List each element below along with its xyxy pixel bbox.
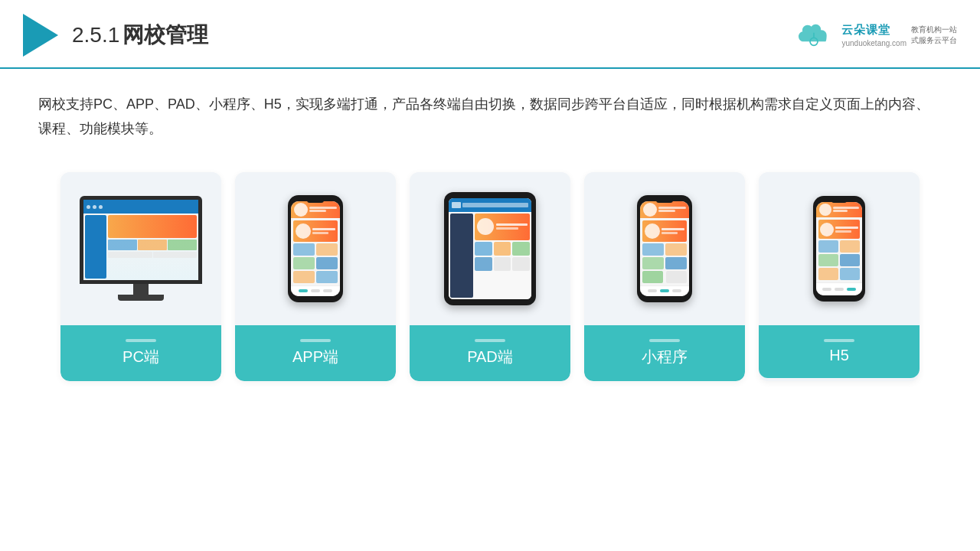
card-h5: H5 <box>759 172 920 381</box>
card-pc-image <box>60 172 221 325</box>
card-miniprogram: 小程序 <box>584 172 745 381</box>
phone-mockup-app <box>288 195 343 302</box>
card-pad-label: PAD端 <box>410 325 570 381</box>
header-left: 2.5.1网校管理 <box>23 14 208 57</box>
logo-icon <box>23 14 58 57</box>
platform-cards: PC端 <box>38 172 942 381</box>
page-header: 2.5.1网校管理 云朵课堂 yunduoketang.com 教育机构一站 式… <box>0 0 980 69</box>
card-pad-image <box>410 172 570 325</box>
phone-mockup-h5 <box>813 196 865 302</box>
card-app: APP端 <box>235 172 396 381</box>
brand-name: 云朵课堂 <box>841 23 890 37</box>
card-miniprogram-image <box>584 172 745 325</box>
section-number: 2.5.1 <box>72 23 119 47</box>
card-pad: PAD端 <box>410 172 570 381</box>
brand-icon-area: 云朵课堂 yunduoketang.com 教育机构一站 式服务云平台 <box>794 23 957 47</box>
card-h5-image <box>759 172 920 325</box>
brand-text: 云朵课堂 yunduoketang.com <box>841 23 906 47</box>
brand-url: yunduoketang.com <box>841 39 906 47</box>
card-miniprogram-label: 小程序 <box>584 325 745 381</box>
card-pc-label: PC端 <box>60 325 221 381</box>
card-app-label: APP端 <box>235 325 396 381</box>
card-app-image <box>235 172 396 325</box>
pc-monitor-icon <box>80 196 202 301</box>
brand-tagline: 教育机构一站 式服务云平台 <box>911 24 957 46</box>
title-text: 网校管理 <box>122 23 208 47</box>
phone-mockup-miniprogram <box>637 195 692 302</box>
description-text: 网校支持PC、APP、PAD、小程序、H5，实现多端打通，产品各终端自由切换，数… <box>38 92 942 142</box>
card-h5-label: H5 <box>759 325 920 378</box>
main-content: 网校支持PC、APP、PAD、小程序、H5，实现多端打通，产品各终端自由切换，数… <box>0 69 980 396</box>
brand-logo: 云朵课堂 yunduoketang.com 教育机构一站 式服务云平台 <box>794 23 957 47</box>
card-pc: PC端 <box>60 172 221 381</box>
page-title: 2.5.1网校管理 <box>72 21 208 50</box>
cloud-icon <box>794 24 834 47</box>
tablet-icon <box>444 192 536 305</box>
